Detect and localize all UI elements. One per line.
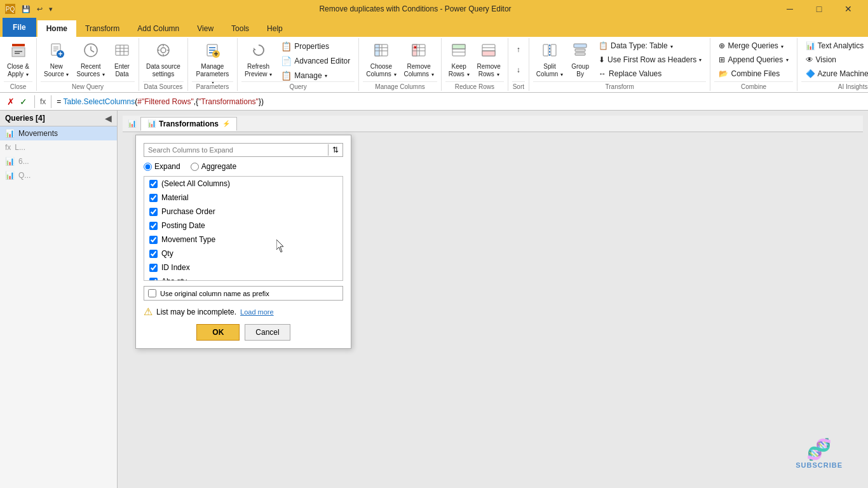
tab-tools[interactable]: Tools [222,20,258,37]
sidebar-header: Queries [4] ◀ [0,111,117,126]
search-sort-button[interactable]: ⇅ [328,144,342,156]
maximize-button[interactable]: □ [804,0,834,18]
checkbox-qty[interactable] [149,250,158,258]
column-item-purchase-order[interactable]: Purchase Order [144,205,342,219]
recent-sources-button[interactable]: RecentSources ▾ [73,39,107,80]
sort-asc-button[interactable]: ↑ [512,43,525,56]
svg-marker-30 [254,48,256,50]
ribbon: Close &Apply ▾ Close + NewSource ▾ [0,37,868,93]
checkbox-select-all[interactable] [149,180,158,188]
checkbox-purchase-order[interactable] [149,208,158,216]
properties-label: Properties [294,42,329,51]
tab-transformations[interactable]: 📊 Transformations ⚡ [140,117,237,131]
manage-button[interactable]: 📋 Manage ▾ [276,69,355,83]
merge-queries-button[interactable]: ⊕ Merge Queries ▾ [714,39,792,52]
checkbox-posting-date[interactable] [149,222,158,230]
choose-columns-button[interactable]: ChooseColumns ▾ [363,39,399,80]
tab-transform[interactable]: Transform [76,20,128,37]
formula-bar: ✗ ✓ fx = Table.SelectColumns(#"Filtered … [0,93,868,111]
tab-view[interactable]: View [188,20,222,37]
combine-files-label: Combine Files [731,69,780,78]
azure-ml-button[interactable]: 🔷 Azure Machine Learning [801,67,868,80]
group-by-button[interactable]: GroupBy [567,39,593,80]
sidebar-item-4[interactable]: 📊 Q... [0,168,117,182]
close-apply-button[interactable]: Close &Apply ▾ [4,39,32,80]
new-source-button[interactable]: + NewSource ▾ [41,39,72,80]
quick-dropdown-btn[interactable]: ▾ [46,4,55,15]
ok-button[interactable]: OK [196,324,240,341]
formula-cancel-button[interactable]: ✗ [5,96,17,107]
subscribe-watermark: 🧬 SUBSCRIBE [796,437,843,469]
column-item-qty[interactable]: Qty [144,247,342,261]
refresh-preview-button[interactable]: RefreshPreview ▾ [241,39,275,80]
sidebar-collapse-button[interactable]: ◀ [105,113,112,123]
prefix-checkbox[interactable] [148,289,156,297]
advanced-editor-button[interactable]: 📄 Advanced Editor [276,54,355,68]
ribbon-group-ai-insights: 📊 Text Analytics 👁 Vision 🔷 Azure Machin… [797,38,868,91]
data-type-button[interactable]: 📋 Data Type: Table ▾ [594,39,706,52]
sort-buttons-col: ↑ ↓ [512,39,525,80]
tab-help[interactable]: Help [258,20,292,37]
enter-data-button[interactable]: EnterData [109,39,135,80]
column-list: (Select All Columns) Material Purchase O… [144,176,343,281]
checkbox-material[interactable] [149,194,158,202]
tab-file[interactable]: File [3,18,36,37]
checkbox-id-index[interactable] [149,264,158,272]
checkbox-movement-type[interactable] [149,236,158,244]
minimize-button[interactable]: ─ [775,0,804,18]
quick-save-btn[interactable]: 💾 [19,4,33,15]
svg-rect-48 [482,51,495,56]
search-columns-input[interactable] [144,144,328,156]
column-item-material[interactable]: Material [144,191,342,205]
keep-rows-button[interactable]: KeepRows ▾ [445,39,473,80]
aggregate-radio-label[interactable]: Aggregate [191,162,236,171]
remove-rows-button[interactable]: RemoveRows ▾ [474,39,504,80]
formula-input[interactable]: = Table.SelectColumns(#"Filtered Rows",{… [54,97,865,106]
tab-home[interactable]: Home [37,20,76,37]
close-button[interactable]: ✕ [834,0,863,18]
aggregate-radio[interactable] [191,163,199,171]
manage-parameters-button[interactable]: + ManageParameters ▾ [192,39,233,80]
keep-rows-label: KeepRows ▾ [449,63,470,78]
split-column-button[interactable]: SplitColumn ▾ [533,39,566,80]
column-item-posting-date[interactable]: Posting Date [144,219,342,233]
first-row-headers-button[interactable]: ⬇ Use First Row as Headers ▾ [594,53,706,66]
column-item-abs-qty[interactable]: Abs qty [144,274,342,281]
replace-values-button[interactable]: ↔ Replace Values [594,67,706,80]
column-label-qty: Qty [161,249,173,258]
column-item-select-all[interactable]: (Select All Columns) [144,177,342,191]
expand-radio-label[interactable]: Expand [144,162,180,171]
data-source-settings-button[interactable]: Data sourcesettings [143,39,184,80]
column-item-id-index[interactable]: ID Index [144,261,342,274]
formula-accept-button[interactable]: ✓ [18,96,29,107]
text-analytics-icon: 📊 [806,41,815,50]
ribbon-group-new-query-label: New Query [41,81,135,92]
combine-files-button[interactable]: 📂 Combine Files [714,67,792,80]
quick-undo-btn[interactable]: ↩ [34,4,45,15]
combine-files-icon: 📂 [719,69,728,78]
enter-data-label: EnterData [114,63,130,78]
column-item-movement-type[interactable]: Movement Type [144,233,342,247]
remove-rows-label: RemoveRows ▾ [477,63,501,78]
tab-add-column[interactable]: Add Column [128,20,188,37]
warning-icon: ⚠ [144,306,153,318]
new-source-icon: + [48,41,65,62]
expand-radio[interactable] [144,163,152,171]
properties-button[interactable]: 📋 Properties [276,39,355,53]
prefix-label[interactable]: Use original column name as prefix [160,290,269,297]
svg-rect-54 [574,44,587,48]
vision-button[interactable]: 👁 Vision [801,53,868,66]
sidebar-item-2[interactable]: fx L... [0,140,117,154]
sidebar-item-3[interactable]: 📊 6... [0,154,117,168]
checkbox-abs-qty[interactable] [149,278,158,281]
warning-row: ⚠ List may be incomplete. Load more [144,306,343,318]
append-queries-button[interactable]: ⊞ Append Queries ▾ [714,53,792,66]
ribbon-tab-bar: File Home Transform Add Column View Tool… [0,18,868,37]
svg-rect-44 [452,44,465,49]
load-more-link[interactable]: Load more [240,308,274,316]
sidebar-item-movements[interactable]: 📊 Movements [0,126,117,140]
text-analytics-button[interactable]: 📊 Text Analytics [801,39,868,52]
remove-columns-button[interactable]: RemoveColumns ▾ [401,39,437,80]
sort-desc-button[interactable]: ↓ [512,64,525,76]
cancel-button[interactable]: Cancel [245,324,290,341]
